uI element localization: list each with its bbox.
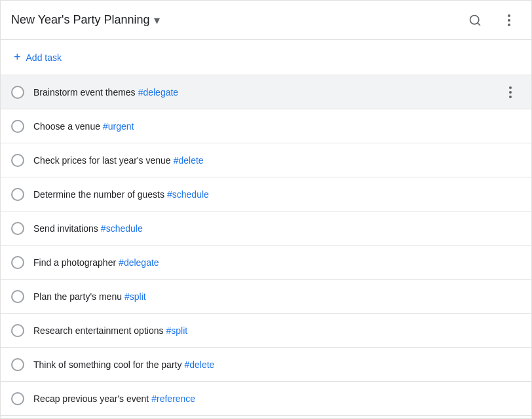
- more-vert-icon: [509, 257, 512, 268]
- task-item[interactable]: Plan the party's menu #split: [1, 280, 531, 314]
- task-checkbox[interactable]: [11, 188, 24, 201]
- task-item[interactable]: Think of something cool for the party #d…: [1, 348, 531, 382]
- more-vert-icon: [509, 393, 512, 405]
- task-item[interactable]: Choose a venue #urgent: [1, 109, 531, 143]
- more-vert-icon: [509, 291, 512, 302]
- task-item[interactable]: Recap previous year's event #reference: [1, 382, 531, 416]
- task-text: Choose a venue #urgent: [33, 121, 500, 132]
- task-more-button[interactable]: [500, 82, 521, 103]
- task-tag: #split: [124, 291, 146, 302]
- task-text: Check prices for last year's venue #dele…: [33, 155, 500, 166]
- task-text: Brainstorm event themes #delegate: [33, 87, 500, 98]
- task-item[interactable]: Brainstorm event themes #delegate: [1, 75, 531, 109]
- more-vert-icon: [508, 14, 510, 26]
- more-vert-icon: [509, 120, 512, 132]
- task-item[interactable]: Research entertainment options #split: [1, 314, 531, 348]
- task-checkbox[interactable]: [11, 86, 24, 99]
- search-icon: [468, 14, 482, 27]
- task-tag: #delete: [184, 359, 214, 370]
- task-text: Plan the party's menu #split: [33, 291, 500, 302]
- add-task-label: Add task: [26, 52, 62, 63]
- task-text-plain: Check prices for last year's venue: [33, 155, 171, 166]
- more-vert-icon: [509, 359, 512, 371]
- task-text-plain: Determine the number of guests: [33, 189, 164, 200]
- task-item[interactable]: Find a photographer #delegate: [1, 246, 531, 280]
- task-checkbox[interactable]: [11, 222, 24, 235]
- task-list: Brainstorm event themes #delegateChoose …: [1, 75, 531, 416]
- app-container: New Year's Party Planning ▾ + Add task: [0, 0, 532, 419]
- task-tag: #delete: [174, 155, 204, 166]
- header-left: New Year's Party Planning ▾: [11, 13, 160, 27]
- task-item[interactable]: Check prices for last year's venue #dele…: [1, 143, 531, 177]
- search-button[interactable]: [463, 9, 487, 32]
- add-task-button[interactable]: + Add task: [14, 50, 62, 64]
- task-checkbox[interactable]: [11, 120, 24, 133]
- task-text: Research entertainment options #split: [33, 325, 500, 336]
- more-vert-icon: [509, 155, 512, 166]
- task-tag: #split: [166, 325, 187, 336]
- task-text: Determine the number of guests #schedule: [33, 189, 500, 200]
- task-text-plain: Choose a venue: [33, 121, 100, 132]
- task-tag: #delegate: [138, 87, 179, 98]
- header: New Year's Party Planning ▾: [1, 1, 531, 40]
- svg-line-1: [478, 22, 480, 25]
- more-vert-icon: [509, 223, 512, 234]
- task-text: Send invitations #schedule: [33, 223, 500, 234]
- task-text-plain: Recap previous year's event: [33, 393, 149, 404]
- task-text-plain: Research entertainment options: [33, 325, 163, 336]
- task-tag: #urgent: [103, 121, 134, 132]
- task-text-plain: Brainstorm event themes: [33, 87, 136, 98]
- more-vert-icon: [509, 86, 512, 98]
- header-right: [463, 9, 521, 32]
- task-text-plain: Find a photographer: [33, 257, 116, 268]
- more-options-button[interactable]: [497, 9, 521, 32]
- task-text: Recap previous year's event #reference: [33, 393, 500, 404]
- task-text: Find a photographer #delegate: [33, 257, 500, 268]
- task-checkbox[interactable]: [11, 154, 24, 167]
- task-text-plain: Think of something cool for the party: [33, 359, 181, 370]
- task-item[interactable]: Determine the number of guests #schedule: [1, 177, 531, 211]
- task-tag: #reference: [151, 393, 195, 404]
- task-checkbox[interactable]: [11, 392, 24, 405]
- more-vert-icon: [509, 325, 512, 337]
- task-checkbox[interactable]: [11, 290, 24, 303]
- task-tag: #schedule: [101, 223, 143, 234]
- task-checkbox[interactable]: [11, 358, 24, 371]
- task-item[interactable]: Send invitations #schedule: [1, 211, 531, 246]
- task-text-plain: Send invitations: [33, 223, 98, 234]
- task-checkbox[interactable]: [11, 256, 24, 269]
- task-text: Think of something cool for the party #d…: [33, 359, 500, 370]
- plus-icon: +: [14, 50, 21, 64]
- more-vert-icon: [509, 189, 512, 200]
- add-task-row: + Add task: [1, 40, 531, 75]
- chevron-down-icon[interactable]: ▾: [154, 13, 160, 27]
- task-checkbox[interactable]: [11, 324, 24, 337]
- task-tag: #schedule: [167, 189, 209, 200]
- page-title: New Year's Party Planning: [11, 13, 150, 27]
- task-text-plain: Plan the party's menu: [33, 291, 122, 302]
- task-tag: #delegate: [119, 257, 159, 268]
